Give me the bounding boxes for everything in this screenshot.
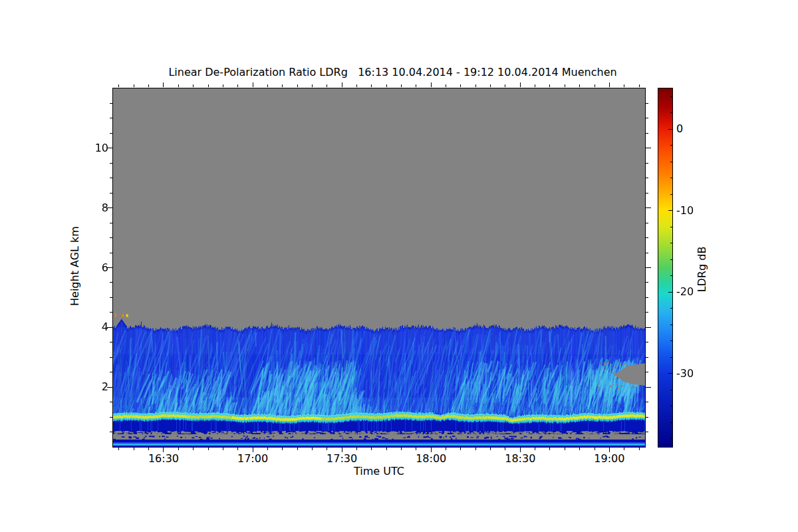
y-minor-tick xyxy=(110,417,112,418)
colorbar-tick-label: -20 xyxy=(676,285,710,299)
x-minor-tick-top xyxy=(371,84,372,87)
colorbar-minor-tick xyxy=(670,390,672,390)
colorbar-minor-tick xyxy=(670,194,672,195)
colorbar-minor-tick xyxy=(670,112,672,113)
x-tick-label: 17:00 xyxy=(231,452,274,466)
y-minor-tick xyxy=(110,103,112,104)
x-minor-tick xyxy=(312,448,313,450)
colorbar-minor-tick xyxy=(670,357,672,358)
x-minor-tick xyxy=(386,448,387,450)
y-minor-tick-right xyxy=(646,357,648,358)
x-minor-tick xyxy=(134,448,134,450)
x-minor-tick-top xyxy=(460,84,461,87)
y-tick-label: 2 xyxy=(75,380,108,394)
x-minor-tick xyxy=(237,448,238,450)
y-minor-tick-right xyxy=(646,297,648,298)
x-minor-tick xyxy=(327,448,327,450)
x-major-tick-top xyxy=(253,82,253,87)
x-minor-tick-top xyxy=(297,84,298,87)
colorbar-minor-tick xyxy=(670,406,672,406)
x-minor-tick xyxy=(193,448,194,450)
x-minor-tick-top xyxy=(505,84,505,87)
x-tick-label: 16:30 xyxy=(142,452,185,466)
colorbar-minor-tick xyxy=(670,275,672,276)
y-minor-tick-right xyxy=(646,342,648,342)
colorbar-major-tick xyxy=(668,129,672,130)
y-minor-tick-right xyxy=(646,223,648,223)
heatmap-canvas xyxy=(113,88,645,447)
x-minor-tick-top xyxy=(134,84,134,87)
x-minor-tick-top xyxy=(267,84,268,87)
y-minor-tick xyxy=(110,297,112,298)
x-minor-tick-top xyxy=(475,84,476,87)
x-minor-tick-top xyxy=(312,84,313,87)
colorbar-minor-tick xyxy=(670,243,672,243)
x-minor-tick xyxy=(595,448,595,450)
y-major-tick-right xyxy=(646,387,651,388)
y-minor-tick xyxy=(110,357,112,358)
y-minor-tick-right xyxy=(646,237,648,238)
y-minor-tick xyxy=(110,163,112,164)
colorbar-tick-label: -30 xyxy=(676,367,710,380)
x-minor-tick xyxy=(475,448,476,450)
colorbar-minor-tick xyxy=(670,96,672,97)
chart-title: Linear De-Polarization Ratio LDRg 16:13 … xyxy=(113,66,672,78)
y-major-tick-right xyxy=(646,327,651,328)
x-minor-tick-top xyxy=(193,84,194,87)
x-minor-tick xyxy=(223,448,223,450)
colorbar-minor-tick xyxy=(670,178,672,178)
colorbar-tick-label: 0 xyxy=(676,122,710,136)
x-tick-label: 18:00 xyxy=(410,452,452,466)
y-minor-tick-right xyxy=(646,372,648,372)
x-minor-tick xyxy=(297,448,298,450)
y-minor-tick-right xyxy=(646,253,648,253)
x-minor-tick-top xyxy=(579,84,580,87)
y-minor-tick-right xyxy=(646,432,648,432)
x-minor-tick xyxy=(148,448,149,450)
colorbar-minor-tick xyxy=(670,162,672,162)
x-minor-tick xyxy=(579,448,580,450)
y-tick-label: 6 xyxy=(75,261,108,275)
x-major-tick xyxy=(431,448,432,452)
x-minor-tick-top xyxy=(327,84,327,87)
y-minor-tick xyxy=(110,312,112,313)
x-minor-tick xyxy=(549,448,550,450)
x-minor-tick xyxy=(505,448,505,450)
colorbar xyxy=(658,88,673,448)
y-minor-tick-right xyxy=(646,282,648,283)
x-minor-tick xyxy=(401,448,402,450)
y-minor-tick xyxy=(110,372,112,372)
x-minor-tick-top xyxy=(565,84,565,87)
colorbar-major-tick xyxy=(668,210,672,211)
x-minor-tick-top xyxy=(401,84,402,87)
y-minor-tick-right xyxy=(646,103,648,104)
x-minor-tick xyxy=(416,448,416,450)
x-minor-tick-top xyxy=(595,84,595,87)
x-major-tick-top xyxy=(342,82,342,87)
y-tick-label: 8 xyxy=(75,201,108,215)
colorbar-minor-tick xyxy=(670,227,672,227)
y-minor-tick-right xyxy=(646,163,648,164)
y-minor-tick xyxy=(110,432,112,432)
x-minor-tick xyxy=(282,448,283,450)
x-minor-tick xyxy=(178,448,179,450)
y-major-tick-right xyxy=(646,207,651,208)
y-minor-tick-right xyxy=(646,193,648,194)
colorbar-minor-tick xyxy=(670,259,672,260)
x-minor-tick xyxy=(460,448,461,450)
y-minor-tick-right xyxy=(646,118,648,118)
x-tick-label: 17:30 xyxy=(321,452,363,466)
x-minor-tick-top xyxy=(416,84,416,87)
x-major-tick xyxy=(342,448,342,452)
x-minor-tick-top xyxy=(356,84,357,87)
y-minor-tick xyxy=(110,402,112,402)
x-axis-label: Time UTC xyxy=(313,465,446,477)
ldr-time-height-figure: Linear De-Polarization Ratio LDRg 16:13 … xyxy=(0,0,798,532)
x-minor-tick-top xyxy=(178,84,179,87)
x-minor-tick xyxy=(535,448,535,450)
y-minor-tick-right xyxy=(646,402,648,402)
x-minor-tick-top xyxy=(624,84,624,87)
x-major-tick xyxy=(163,448,164,452)
x-minor-tick xyxy=(446,448,446,450)
x-minor-tick-top xyxy=(118,84,119,87)
